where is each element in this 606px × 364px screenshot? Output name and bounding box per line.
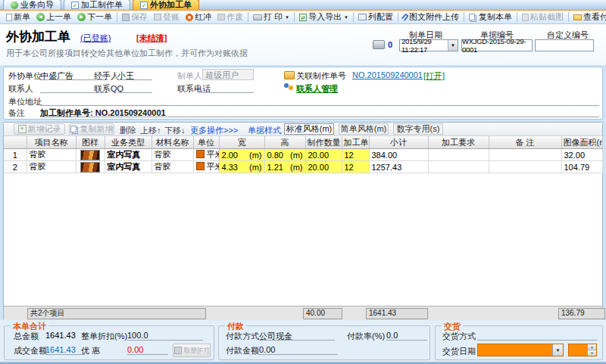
address-field[interactable] <box>40 96 599 106</box>
tab-processing-order[interactable]: ✓ 加工制作单 <box>64 0 130 10</box>
cell-unit-price[interactable]: 12 <box>342 161 369 173</box>
col-unit[interactable]: 单位 <box>193 136 219 149</box>
col-subtotal[interactable]: 小计 <box>369 136 428 149</box>
privilege-field[interactable]: 0.00 <box>127 345 168 355</box>
col-image-area[interactable]: 图像面积(m2) <box>561 136 602 149</box>
print-count-icon[interactable] <box>373 40 385 49</box>
more-actions-link[interactable]: 更多操作>>> <box>190 125 238 136</box>
copy-doc-button[interactable]: 复制本单 <box>466 11 515 23</box>
delivery-date-dropdown-icon[interactable]: ▼ <box>552 344 563 356</box>
col-requirement[interactable]: 加工要求 <box>428 136 489 149</box>
red-flush-button[interactable]: 红冲 <box>183 11 214 23</box>
cell-width[interactable]: 4.33(m) <box>219 161 264 173</box>
cell-qty[interactable]: 20.00 <box>305 149 342 161</box>
contact-manager-link[interactable]: 联系人管理 <box>296 83 338 95</box>
next-doc-button[interactable]: ▶下一单 <box>74 11 115 23</box>
column-config-button[interactable]: 列配置 <box>355 11 396 23</box>
cell-item-name[interactable]: 背胶 <box>27 161 76 173</box>
paste-screenshot-button[interactable]: 粘贴截图 <box>519 11 567 23</box>
cell-material[interactable]: 背胶 <box>152 161 193 173</box>
col-image[interactable]: 图样 <box>76 136 105 149</box>
cell-unit[interactable]: 平米 <box>193 149 219 161</box>
style-tab-standard[interactable]: 标准风格(m) <box>284 123 334 135</box>
spin-down-icon[interactable]: ▼ <box>588 350 596 356</box>
save-button[interactable]: 保存 <box>119 11 151 23</box>
new-doc-button[interactable]: 新单 <box>3 11 33 23</box>
open-related-link[interactable]: [打开] <box>423 70 445 82</box>
cell-requirement[interactable] <box>428 149 489 161</box>
pay-amount-field[interactable]: 0.00 <box>259 345 338 355</box>
cell-qty[interactable]: 20.00 <box>305 161 342 173</box>
cell-note[interactable] <box>489 149 561 161</box>
add-row-button[interactable]: +新增记录 <box>14 123 65 135</box>
cell-requirement[interactable] <box>428 161 489 173</box>
col-row-selector[interactable] <box>4 136 27 149</box>
attachment-upload-button[interactable]: 图文附件上传 <box>400 11 462 23</box>
style-tab-simple[interactable]: 简单风格(m) <box>339 123 389 135</box>
deal-amount-field[interactable]: 1641.43 <box>45 345 85 355</box>
delete-row-button[interactable]: 删除 <box>120 125 136 136</box>
cell-image[interactable] <box>76 149 105 161</box>
view-payment-button[interactable]: 查看付款过程 <box>570 11 606 23</box>
move-down-button[interactable]: 下移↓ <box>164 125 186 136</box>
delivery-time-spinner[interactable]: ▲ ▼ <box>568 344 597 356</box>
custom-no-field[interactable] <box>535 39 594 51</box>
cell-width[interactable]: 2.00(m) <box>219 149 264 161</box>
item-thumbnail[interactable] <box>80 162 100 173</box>
phone-field[interactable] <box>202 83 254 93</box>
pay-rate-field[interactable]: 0.0 <box>386 331 427 341</box>
prev-doc-button[interactable]: ◀上一单 <box>33 11 74 23</box>
tab-outsource-order[interactable]: ✓ 外协加工单 <box>133 0 199 10</box>
col-material[interactable]: 材料名称 <box>152 136 193 149</box>
round-button[interactable]: 取整[F7] <box>173 344 211 357</box>
cell-biz-type[interactable]: 室内写真 <box>105 149 152 161</box>
cell-biz-type[interactable]: 室内写真 <box>105 161 152 173</box>
cell-height[interactable]: 1.21(m) <box>264 161 305 173</box>
col-height[interactable]: 高 <box>264 136 305 149</box>
cell-item-name[interactable]: 背胶 <box>27 149 76 161</box>
register-ledger-button[interactable]: 登账 <box>151 11 183 23</box>
move-up-button[interactable]: 上移↑ <box>140 125 161 136</box>
col-item-name[interactable]: 项目名称 <box>27 136 76 149</box>
col-note[interactable]: 备 注 <box>489 136 561 149</box>
col-qty[interactable]: 制作数量 <box>305 136 342 149</box>
table-row[interactable]: 1 背胶 室内写真 背胶 平米 2.00(m) 0.80(m) 20.00 12… <box>4 149 602 161</box>
handler-field[interactable]: 小王 <box>117 70 152 80</box>
qq-field[interactable] <box>117 83 152 93</box>
spinner-buttons[interactable]: ▲ ▼ <box>587 344 596 356</box>
delivery-date-combo[interactable]: ▼ <box>477 344 564 356</box>
ledger-status-link[interactable]: (已登账) <box>80 33 111 44</box>
note-field[interactable]: 加工制作单号: NO.201509240001 <box>40 107 599 117</box>
style-tab-digital[interactable]: 数字专用(s) <box>393 123 443 135</box>
row-number[interactable]: 1 <box>4 149 27 161</box>
related-order-link[interactable]: NO.201509240001 <box>352 70 423 79</box>
copy-add-button[interactable]: 复制新增 <box>69 123 114 135</box>
import-export-button[interactable]: ⇄导入导出▼ <box>296 11 351 23</box>
make-date-combo[interactable]: 2015/9/29 11:22:17 ▼ <box>399 39 458 51</box>
cell-image-area[interactable]: 104.79 <box>561 161 602 173</box>
spin-up-icon[interactable]: ▲ <box>588 344 596 350</box>
settle-status-badge[interactable]: [未结清] <box>136 33 167 44</box>
cell-unit-price[interactable]: 12 <box>342 149 369 161</box>
void-button[interactable]: 作废 <box>214 11 246 23</box>
print-button[interactable]: 打 印▼ <box>250 11 292 23</box>
row-number[interactable]: 2 <box>4 161 27 173</box>
pay-method-field[interactable]: 公司现金 <box>259 331 335 341</box>
col-unit-price[interactable]: 加工单价 <box>342 136 369 149</box>
date-dropdown-icon[interactable]: ▼ <box>448 40 458 51</box>
table-row[interactable]: 2 背胶 室内写真 背胶 平米 4.33(m) 1.21(m) 20.00 12… <box>4 161 602 173</box>
tab-business-wizard[interactable]: 业务向导 <box>3 0 61 10</box>
cell-subtotal[interactable]: 1257.43 <box>369 161 428 173</box>
cell-image[interactable] <box>76 161 105 173</box>
cell-material[interactable]: 背胶 <box>152 149 193 161</box>
cell-subtotal[interactable]: 384.00 <box>369 149 428 161</box>
cell-image-area[interactable]: 32.00 <box>561 149 602 161</box>
delivery-method-field[interactable] <box>477 331 597 341</box>
cell-unit[interactable]: 平米 <box>193 161 219 173</box>
cell-height[interactable]: 0.80(m) <box>264 149 305 161</box>
discount-field[interactable]: 100.0 <box>127 331 203 341</box>
col-width[interactable]: 宽 <box>219 136 264 149</box>
item-thumbnail[interactable] <box>80 150 100 160</box>
doc-no-field[interactable]: WXJGD-2015-09-29-0001 <box>461 39 533 51</box>
col-biz-type[interactable]: 业务类型 <box>105 136 152 149</box>
